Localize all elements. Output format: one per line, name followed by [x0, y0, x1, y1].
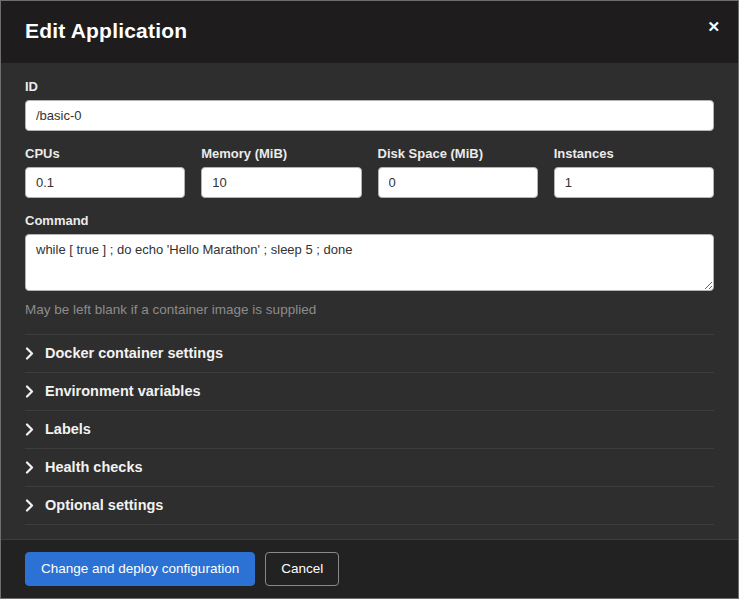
memory-input[interactable]: [201, 167, 361, 198]
instances-field-group: Instances: [554, 146, 714, 198]
close-icon[interactable]: ✕: [705, 17, 722, 36]
modal-header: Edit Application ✕: [1, 1, 738, 63]
memory-label: Memory (MiB): [201, 146, 361, 161]
page-title: Edit Application: [25, 19, 714, 43]
section-label: Environment variables: [45, 383, 201, 399]
edit-application-modal: Edit Application ✕ ID CPUs Memory (MiB) …: [0, 0, 739, 599]
modal-footer: Change and deploy configuration Cancel: [1, 539, 738, 598]
cpus-field-group: CPUs: [25, 146, 185, 198]
cpus-label: CPUs: [25, 146, 185, 161]
section-labels[interactable]: Labels: [25, 410, 714, 448]
section-label: Health checks: [45, 459, 143, 475]
section-label: Docker container settings: [45, 345, 223, 361]
section-optional-settings[interactable]: Optional settings: [25, 486, 714, 525]
modal-body: ID CPUs Memory (MiB) Disk Space (MiB) In…: [1, 63, 738, 539]
section-docker-container-settings[interactable]: Docker container settings: [25, 334, 714, 372]
command-field-group: Command while [ true ] ; do echo 'Hello …: [25, 213, 714, 317]
section-health-checks[interactable]: Health checks: [25, 448, 714, 486]
id-label: ID: [25, 79, 714, 94]
section-label: Optional settings: [45, 497, 163, 513]
change-and-deploy-button[interactable]: Change and deploy configuration: [25, 552, 255, 586]
id-input[interactable]: [25, 100, 714, 131]
command-help-text: May be left blank if a container image i…: [25, 302, 714, 317]
collapsible-sections: Docker container settings Environment va…: [25, 334, 714, 525]
disk-label: Disk Space (MiB): [378, 146, 538, 161]
section-label: Labels: [45, 421, 91, 437]
chevron-right-icon: [25, 385, 35, 397]
chevron-right-icon: [25, 423, 35, 435]
command-input[interactable]: while [ true ] ; do echo 'Hello Marathon…: [25, 234, 714, 291]
cpus-input[interactable]: [25, 167, 185, 198]
chevron-right-icon: [25, 461, 35, 473]
resources-row: CPUs Memory (MiB) Disk Space (MiB) Insta…: [25, 146, 714, 198]
disk-input[interactable]: [378, 167, 538, 198]
instances-input[interactable]: [554, 167, 714, 198]
command-label: Command: [25, 213, 714, 228]
chevron-right-icon: [25, 499, 35, 511]
memory-field-group: Memory (MiB): [201, 146, 361, 198]
disk-field-group: Disk Space (MiB): [378, 146, 538, 198]
section-environment-variables[interactable]: Environment variables: [25, 372, 714, 410]
chevron-right-icon: [25, 347, 35, 359]
cancel-button[interactable]: Cancel: [265, 552, 339, 586]
id-field-group: ID: [25, 79, 714, 131]
instances-label: Instances: [554, 146, 714, 161]
